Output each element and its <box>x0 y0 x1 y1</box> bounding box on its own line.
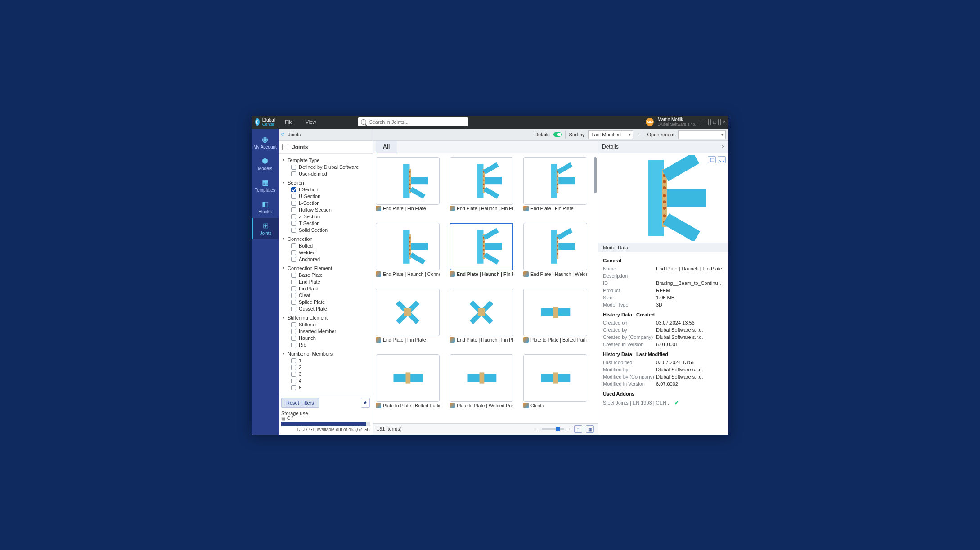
menu-file[interactable]: File <box>279 116 299 129</box>
details-row: Created by (Company)Dlubal Software s.r.… <box>598 334 728 341</box>
details-toggle[interactable] <box>553 132 562 137</box>
card-thumb <box>376 289 440 336</box>
svg-point-51 <box>557 245 558 246</box>
zoom-slider[interactable] <box>542 428 564 430</box>
filter-option[interactable]: Fin Plate <box>281 285 370 292</box>
filter-option[interactable]: Welded <box>281 249 370 256</box>
window-close-button[interactable]: ✕ <box>720 119 728 125</box>
leftnav-templates[interactable]: ▦Templates <box>252 175 279 196</box>
joint-card[interactable]: End Plate | Haunch | Welded ... <box>523 223 587 280</box>
joint-card[interactable]: Plate to Plate | Bolted Purlin ... <box>376 354 440 412</box>
joint-card[interactable]: End Plate | Haunch | Connec... <box>376 223 440 280</box>
filter-option[interactable]: Anchored <box>281 256 370 263</box>
tab-all[interactable]: All <box>376 141 397 153</box>
app-window: Dlubal Center File View MM Martin Motlik… <box>252 116 728 435</box>
favorite-button[interactable]: ★ <box>361 398 370 408</box>
joint-card[interactable]: Plate to Plate | Bolted Purlin <box>523 289 587 346</box>
joints-icon <box>282 144 288 150</box>
svg-point-22 <box>557 175 558 176</box>
details-body[interactable]: GeneralNameEnd Plate | Haunch | Fin Plat… <box>598 252 728 435</box>
search-bar[interactable] <box>358 117 468 126</box>
filter-option[interactable]: L-Section <box>281 200 370 207</box>
filter-option[interactable]: 4 <box>281 378 370 384</box>
filter-option[interactable]: T-Section <box>281 220 370 227</box>
filter-option[interactable]: User-defined <box>281 171 370 177</box>
checkbox-icon <box>291 379 296 383</box>
filter-option[interactable]: Defined by Dlubal Software <box>281 164 370 171</box>
filter-option[interactable]: Solid Section <box>281 227 370 234</box>
checkbox-icon <box>291 280 296 284</box>
search-input[interactable] <box>369 119 465 125</box>
gallery[interactable]: End Plate | Fin Plate End Plate | Haunch… <box>373 153 598 423</box>
sort-select[interactable]: Last Modified <box>588 130 633 139</box>
filter-option[interactable]: 3 <box>281 371 370 378</box>
joint-card[interactable]: End Plate | Fin Plate <box>523 157 587 215</box>
filter-option[interactable]: Bolted <box>281 243 370 249</box>
filter-group-title[interactable]: Connection Element <box>281 265 370 272</box>
user-name: Martin Motlik <box>657 117 696 122</box>
leftnav-blocks[interactable]: ◧Blocks <box>252 196 279 218</box>
details-row: Modified byDlubal Software s.r.o. <box>598 366 728 373</box>
svg-rect-63 <box>553 307 558 318</box>
joint-card[interactable]: Cleats <box>523 354 587 412</box>
svg-point-41 <box>483 245 484 246</box>
sort-direction-button[interactable]: ↑ <box>637 131 639 138</box>
preview-expand-icon[interactable]: ⛶ <box>718 156 726 163</box>
filter-option[interactable]: Haunch <box>281 335 370 342</box>
leftnav-models[interactable]: ⬢Models <box>252 153 279 175</box>
svg-rect-16 <box>485 177 502 184</box>
reset-filters-button[interactable]: Reset Filters <box>281 398 319 408</box>
filter-group-title[interactable]: Connection <box>281 235 370 243</box>
joint-card[interactable]: End Plate | Haunch | Fin Plate <box>450 157 513 215</box>
filter-option[interactable]: 2 <box>281 364 370 371</box>
joint-card[interactable]: Plate to Plate | Welded Purli... <box>450 354 513 412</box>
filter-panel-header: Joints <box>279 141 373 154</box>
joint-card[interactable]: End Plate | Fin Plate <box>376 289 440 346</box>
joint-card[interactable]: End Plate | Haunch | Fin Pl... <box>450 223 513 280</box>
filter-group-title[interactable]: Number of Members <box>281 350 370 357</box>
details-title: Details <box>602 144 619 150</box>
filter-option[interactable]: Cleat <box>281 292 370 299</box>
svg-point-33 <box>409 249 410 250</box>
preview-view-icon[interactable]: ◫ <box>708 156 716 163</box>
list-view-button[interactable]: ≡ <box>574 425 582 433</box>
details-row: Modified in Version6.07.0002 <box>598 380 728 388</box>
filter-option[interactable]: Z-Section <box>281 213 370 220</box>
open-recent-select[interactable] <box>678 130 726 139</box>
svg-rect-9 <box>477 164 483 198</box>
filter-option[interactable]: Gusset Plate <box>281 306 370 312</box>
leftnav-my-account[interactable]: ◉My Account <box>252 131 279 153</box>
filter-option[interactable]: End Plate <box>281 279 370 285</box>
filter-option[interactable]: 5 <box>281 384 370 391</box>
filter-group-title[interactable]: Section <box>281 179 370 186</box>
filter-option[interactable]: I-Section <box>281 186 370 193</box>
svg-point-13 <box>483 179 484 180</box>
grid-view-button[interactable]: ▦ <box>586 425 594 433</box>
filter-option[interactable]: Hollow Section <box>281 207 370 213</box>
filter-group-title[interactable]: Template Type <box>281 157 370 164</box>
checkbox-icon <box>291 171 296 176</box>
filter-option[interactable]: Base Plate <box>281 272 370 279</box>
details-close-button[interactable]: × <box>722 144 725 150</box>
filter-option[interactable]: Stiffener <box>281 321 370 328</box>
window-maximize-button[interactable]: ▢ <box>710 119 719 125</box>
zoom-out-button[interactable]: − <box>535 426 538 432</box>
joint-type-icon <box>376 403 381 408</box>
filter-option[interactable]: Rib <box>281 342 370 348</box>
joint-card[interactable]: End Plate | Fin Plate <box>376 157 440 215</box>
window-minimize-button[interactable]: — <box>701 119 709 125</box>
scrollbar-thumb[interactable] <box>594 157 597 193</box>
svg-rect-54 <box>558 243 575 250</box>
filter-option[interactable]: 1 <box>281 357 370 364</box>
zoom-in-button[interactable]: + <box>568 426 571 432</box>
filter-body[interactable]: Template TypeDefined by Dlubal SoftwareU… <box>279 154 373 395</box>
filter-option[interactable]: U-Section <box>281 193 370 200</box>
filter-option[interactable]: Inserted Member <box>281 328 370 335</box>
menu-view[interactable]: View <box>299 116 323 129</box>
joint-type-icon <box>523 206 529 211</box>
filter-option[interactable]: Splice Plate <box>281 299 370 306</box>
leftnav-joints[interactable]: ⊞Joints <box>252 218 279 239</box>
user-area[interactable]: MM Martin Motlik Dlubal Software s.r.o. <box>646 117 699 126</box>
joint-card[interactable]: End Plate | Haunch | Fin Plate <box>450 289 513 346</box>
filter-group-title[interactable]: Stiffening Element <box>281 314 370 321</box>
